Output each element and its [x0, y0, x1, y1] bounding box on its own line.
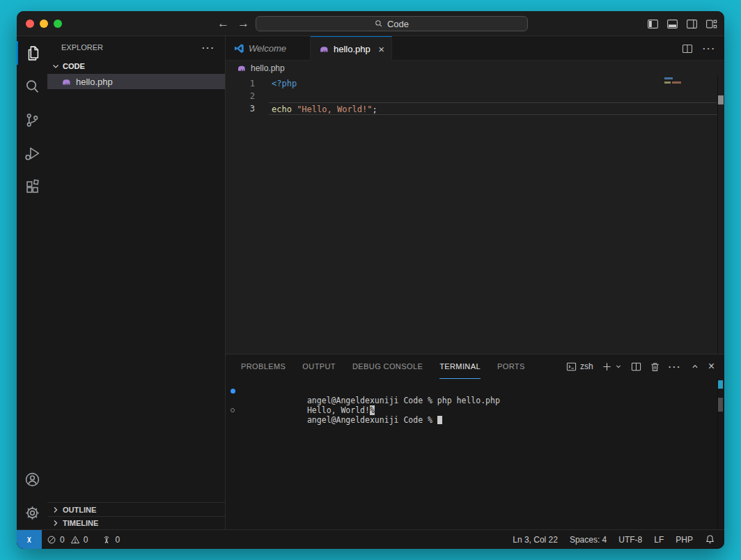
explorer-title: EXPLORER [61, 43, 103, 52]
token-keyword: echo [272, 104, 292, 114]
activity-extensions-button[interactable] [17, 170, 47, 203]
command-decoration-icon[interactable] [231, 408, 235, 412]
toggle-primary-sidebar-icon[interactable] [647, 18, 659, 30]
line-number: 2 [226, 90, 258, 102]
ports-status[interactable]: 0 [97, 535, 125, 545]
breadcrumb-file: hello.php [251, 63, 285, 73]
minimap-line [672, 81, 681, 84]
code-editor[interactable]: 1 <?php 2 3 echo "Hello, World!"; [226, 76, 724, 354]
php-elephant-icon [237, 63, 247, 73]
line-number: 1 [226, 77, 258, 90]
editor-region: Welcome hello.php × ··· hello.php [226, 36, 724, 529]
eol-sequence[interactable]: LF [654, 535, 664, 545]
chevron-down-icon [614, 362, 623, 371]
code-line-3-current: 3 echo "Hello, World!"; [226, 102, 717, 115]
timeline-section[interactable]: TIMELINE [47, 516, 225, 529]
activity-explorer-button[interactable] [17, 36, 47, 70]
customize-layout-icon[interactable] [705, 18, 717, 30]
language-mode[interactable]: PHP [676, 535, 693, 545]
forward-arrow-icon[interactable]: → [237, 17, 249, 31]
file-item-label: hello.php [76, 77, 113, 87]
close-tab-icon[interactable]: × [378, 44, 384, 54]
activity-settings-button[interactable] [17, 496, 47, 529]
editor-overview-ruler [717, 76, 718, 354]
vscode-window: ← → Code [17, 11, 724, 549]
token-string: "Hello, World!" [297, 104, 372, 114]
search-icon [24, 79, 40, 95]
panel-tab-ports[interactable]: PORTS [497, 355, 525, 378]
activity-search-button[interactable] [17, 70, 47, 103]
terminal-view[interactable]: angel@Angeldexuniji Code % php hello.php… [226, 378, 724, 529]
tab-welcome[interactable]: Welcome [226, 36, 311, 60]
terminal-line: angel@Angeldexuniji Code % [226, 405, 724, 415]
folder-section-label: CODE [63, 62, 85, 70]
sidebar-spacer [47, 89, 225, 502]
terminal-line: Hello, World!% [226, 396, 724, 405]
error-circle-icon [47, 535, 56, 545]
split-terminal-icon[interactable] [631, 361, 641, 372]
more-actions-icon[interactable]: ··· [703, 43, 716, 54]
breadcrumb[interactable]: hello.php [226, 61, 724, 76]
folder-section-code[interactable]: CODE [47, 59, 225, 74]
indentation[interactable]: Spaces: 4 [570, 535, 607, 545]
minimize-window-button[interactable] [40, 20, 48, 28]
command-center-label: Code [387, 19, 409, 29]
php-elephant-icon [319, 44, 329, 54]
source-control-icon [24, 112, 40, 128]
token: <?php [272, 79, 297, 88]
encoding[interactable]: UTF-8 [618, 535, 642, 545]
error-count: 0 [60, 535, 65, 545]
cursor-position[interactable]: Ln 3, Col 22 [513, 535, 558, 545]
warning-triangle-icon [70, 535, 80, 545]
panel-tab-label: DEBUG CONSOLE [352, 362, 423, 371]
outline-label: OUTLINE [63, 506, 96, 514]
editor-scrollbar-thumb[interactable] [718, 95, 724, 104]
remote-indicator[interactable] [17, 530, 42, 549]
token: ; [373, 104, 377, 114]
command-center-search[interactable]: Code [256, 16, 528, 31]
accounts-icon [24, 472, 40, 488]
code-line-1: 1 <?php [226, 77, 717, 90]
activity-source-control-button[interactable] [17, 103, 47, 137]
activity-accounts-button[interactable] [17, 462, 47, 496]
close-window-button[interactable] [26, 20, 34, 28]
chevron-right-icon [50, 518, 61, 529]
panel-tab-debug-console[interactable]: DEBUG CONSOLE [352, 355, 423, 378]
panel-tab-problems[interactable]: PROBLEMS [241, 355, 286, 378]
activity-run-debug-button[interactable] [17, 137, 47, 170]
command-decoration-icon[interactable] [231, 389, 235, 394]
chevron-up-icon[interactable] [690, 361, 700, 371]
trash-icon[interactable] [650, 361, 660, 372]
new-terminal-group[interactable] [602, 361, 623, 372]
chevron-right-icon [50, 504, 61, 515]
explorer-header: EXPLORER ··· [47, 36, 225, 59]
outline-section[interactable]: OUTLINE [47, 502, 225, 516]
tab-hello-php[interactable]: hello.php × [311, 36, 392, 61]
bell-icon[interactable] [705, 534, 715, 545]
extensions-icon [24, 179, 40, 195]
terminal-icon [566, 361, 577, 372]
file-item-hello-php[interactable]: hello.php [47, 74, 225, 89]
problems-status[interactable]: 0 0 [42, 535, 93, 545]
close-panel-icon[interactable]: × [708, 360, 715, 373]
panel-actions: zsh ··· × [566, 355, 715, 378]
panel-more-actions-icon[interactable]: ··· [669, 361, 682, 372]
panel-tab-label: PORTS [497, 362, 525, 371]
titlebar: ← → Code [17, 11, 724, 36]
minimap[interactable] [664, 77, 696, 86]
plus-icon [602, 361, 612, 372]
panel-tab-terminal[interactable]: TERMINAL [439, 355, 481, 379]
back-arrow-icon[interactable]: ← [217, 17, 229, 31]
terminal-scrollbar-thumb[interactable] [718, 398, 723, 412]
explorer-more-actions-icon[interactable]: ··· [202, 42, 215, 53]
editor-tab-bar: Welcome hello.php × ··· [226, 36, 724, 61]
toggle-secondary-sidebar-icon[interactable] [686, 18, 698, 30]
panel-tab-output[interactable]: OUTPUT [302, 355, 336, 378]
remote-icon [24, 535, 34, 545]
split-editor-icon[interactable] [682, 43, 693, 54]
panel-tab-label: OUTPUT [302, 362, 336, 371]
line-content: echo "Hello, World!"; [269, 102, 717, 115]
toggle-panel-icon[interactable] [666, 18, 678, 30]
zoom-window-button[interactable] [54, 20, 62, 28]
terminal-shell-selector[interactable]: zsh [566, 361, 593, 372]
